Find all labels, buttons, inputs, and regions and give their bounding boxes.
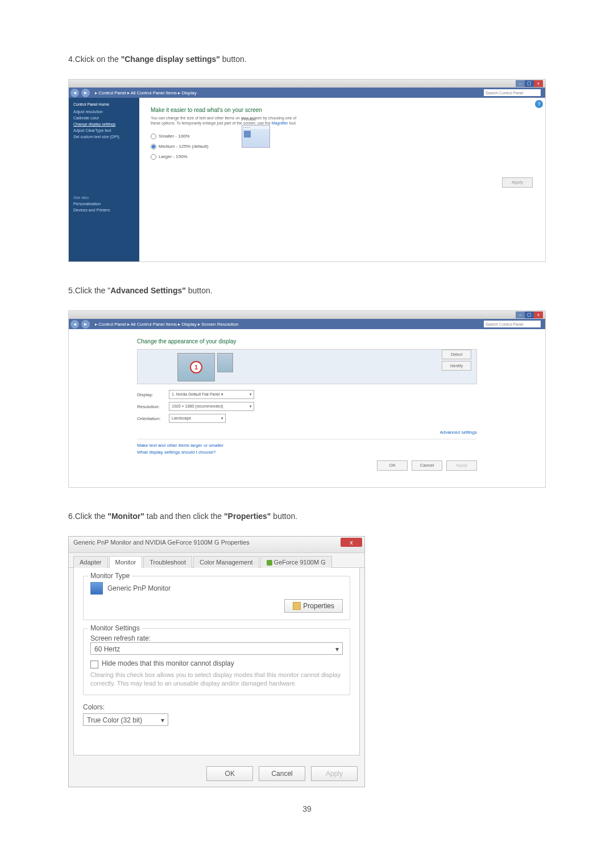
resolution-label: Resolution: xyxy=(137,404,169,409)
back-icon[interactable]: ◄ xyxy=(70,320,79,329)
apply-button[interactable]: Apply xyxy=(311,766,358,781)
close-icon[interactable]: x xyxy=(534,312,543,318)
monitor-name: Generic PnP Monitor xyxy=(107,584,171,592)
see-also-label: See also xyxy=(73,196,135,200)
cancel-button[interactable]: Cancel xyxy=(412,460,442,471)
step-5: 5.Click the "Advanced Settings" button. xyxy=(68,285,546,297)
cancel-button[interactable]: Cancel xyxy=(259,766,305,781)
monitor-1-icon[interactable]: 1 xyxy=(177,353,215,381)
main-pane: Change the appearance of your display 1 … xyxy=(69,329,545,476)
identify-button[interactable]: Identify xyxy=(442,361,471,371)
ok-button[interactable]: OK xyxy=(377,460,408,471)
sidebar-item-calibrate-color[interactable]: Calibrate color xyxy=(73,116,135,120)
sidebar-item-adjust-resolution[interactable]: Adjust resolution xyxy=(73,110,135,114)
see-also-devices[interactable]: Devices and Printers xyxy=(73,208,135,212)
radio-medium[interactable]: Medium - 125% (default) xyxy=(151,144,534,149)
apply-button[interactable]: Apply xyxy=(502,177,533,188)
search-input[interactable]: Search Control Panel xyxy=(484,321,541,327)
address-bar: ◄ ► ▸ Control Panel ▸ All Control Panel … xyxy=(69,319,545,329)
monitor-settings-group: Monitor Settings Screen refresh rate: 60… xyxy=(83,628,350,695)
tab-panel: Monitor Type Generic PnP Monitor Propert… xyxy=(73,568,360,755)
forward-icon[interactable]: ► xyxy=(81,320,90,329)
window-titlebar: – ▢ x xyxy=(69,80,545,88)
maximize-icon[interactable]: ▢ xyxy=(525,312,534,318)
preview-thumbnail: ▪ ▪ ▪ ▪ xyxy=(242,125,270,148)
tab-geforce[interactable]: GeForce 9100M G xyxy=(260,556,332,568)
tab-monitor[interactable]: Monitor xyxy=(109,556,143,568)
properties-button[interactable]: Properties xyxy=(284,599,343,613)
close-icon[interactable]: x xyxy=(534,80,543,87)
sidebar-item-change-display-settings[interactable]: Change display settings xyxy=(73,122,135,126)
screenshot-display-panel: – ▢ x ◄ ► ▸ Control Panel ▸ All Control … xyxy=(68,79,546,262)
colors-group: Colors: True Color (32 bit) xyxy=(83,703,350,726)
step-6: 6.Click the "Monitor" tab and then click… xyxy=(68,510,546,522)
which-settings-link[interactable]: What display settings should I choose? xyxy=(137,450,477,455)
tab-color-management[interactable]: Color Management xyxy=(193,556,259,568)
checkbox-icon xyxy=(90,661,98,668)
tab-strip: Adapter Monitor Troubleshoot Color Manag… xyxy=(69,553,364,568)
dialog-title: Generic PnP Monitor and NVIDIA GeForce 9… xyxy=(73,539,250,546)
apply-button[interactable]: Apply xyxy=(446,460,477,471)
tab-troubleshoot[interactable]: Troubleshoot xyxy=(143,556,192,568)
close-icon[interactable]: x xyxy=(341,538,362,547)
resolution-select[interactable]: 1920 × 1080 (recommended) xyxy=(169,402,254,411)
refresh-rate-label: Screen refresh rate: xyxy=(90,634,343,642)
hide-modes-checkbox[interactable]: Hide modes that this monitor cannot disp… xyxy=(90,659,343,668)
minimize-icon[interactable]: – xyxy=(516,80,525,87)
step-num: 4. xyxy=(68,55,75,64)
display-arrangement[interactable]: 1 xyxy=(137,349,477,384)
detect-button[interactable]: Detect xyxy=(442,350,471,359)
orientation-label: Orientation: xyxy=(137,416,169,421)
colors-label: Colors: xyxy=(83,703,350,711)
advanced-settings-link[interactable]: Advanced settings xyxy=(440,430,477,435)
monitor-2-icon[interactable] xyxy=(217,353,233,372)
maximize-icon[interactable]: ▢ xyxy=(525,80,534,87)
text-size-link[interactable]: Make text and other items larger or smal… xyxy=(137,443,477,448)
magnifier-link[interactable]: Magnifier xyxy=(272,121,288,125)
search-input[interactable]: Search Control Panel xyxy=(484,89,541,96)
step-4: 4.Ckick on the "Change display settings"… xyxy=(68,53,546,65)
minimize-icon[interactable]: – xyxy=(516,312,525,318)
screenshot-monitor-properties: Generic PnP Monitor and NVIDIA GeForce 9… xyxy=(68,536,365,787)
monitor-type-group: Monitor Type Generic PnP Monitor Propert… xyxy=(83,576,350,620)
page-subtitle: You can change the size of text and othe… xyxy=(151,115,298,126)
refresh-rate-select[interactable]: 60 Hertz xyxy=(90,642,343,655)
orientation-select[interactable]: Landscape xyxy=(169,414,226,423)
display-label: Display: xyxy=(137,392,169,397)
tab-adapter[interactable]: Adapter xyxy=(73,556,108,568)
hide-modes-hint: Clearing this check box allows you to se… xyxy=(90,671,343,688)
breadcrumb[interactable]: ▸ Control Panel ▸ All Control Panel Item… xyxy=(90,322,484,327)
colors-select[interactable]: True Color (32 bit) xyxy=(83,713,168,726)
sidebar: Control Panel Home Adjust resolution Cal… xyxy=(69,98,139,261)
address-bar: ◄ ► ▸ Control Panel ▸ All Control Panel … xyxy=(69,88,545,98)
breadcrumb[interactable]: ▸ Control Panel ▸ All Control Panel Item… xyxy=(90,90,484,95)
window-titlebar: – ▢ x xyxy=(69,311,545,319)
dialog-titlebar: Generic PnP Monitor and NVIDIA GeForce 9… xyxy=(69,537,364,553)
see-also-personalization[interactable]: Personalization xyxy=(73,202,135,206)
scale-radio-group: Smaller - 100% Medium - 125% (default) L… xyxy=(151,134,534,160)
ok-button[interactable]: OK xyxy=(206,766,253,781)
monitor-icon xyxy=(90,582,103,595)
main-pane: Make it easier to read what's on your sc… xyxy=(139,98,545,261)
back-icon[interactable]: ◄ xyxy=(70,89,79,97)
sidebar-item-custom-dpi[interactable]: Set custom text size (DPI) xyxy=(73,135,135,139)
forward-icon[interactable]: ► xyxy=(81,89,90,97)
page-title: Change the appearance of your display xyxy=(137,338,477,344)
display-select[interactable]: 1. Nvidia Default Flat Panel ▾ xyxy=(169,390,254,399)
sidebar-home[interactable]: Control Panel Home xyxy=(73,102,135,106)
page-title: Make it easier to read what's on your sc… xyxy=(151,107,534,113)
page-number: 39 xyxy=(68,804,546,813)
radio-smaller[interactable]: Smaller - 100% xyxy=(151,134,534,139)
monitor-icon xyxy=(244,131,251,138)
sidebar-item-cleartype[interactable]: Adjust ClearType text xyxy=(73,128,135,132)
preview-label: Preview xyxy=(242,117,256,121)
screenshot-screen-resolution: – ▢ x ◄ ► ▸ Control Panel ▸ All Control … xyxy=(68,310,546,488)
shield-icon xyxy=(293,602,301,610)
radio-larger[interactable]: Larger - 150% xyxy=(151,154,534,160)
